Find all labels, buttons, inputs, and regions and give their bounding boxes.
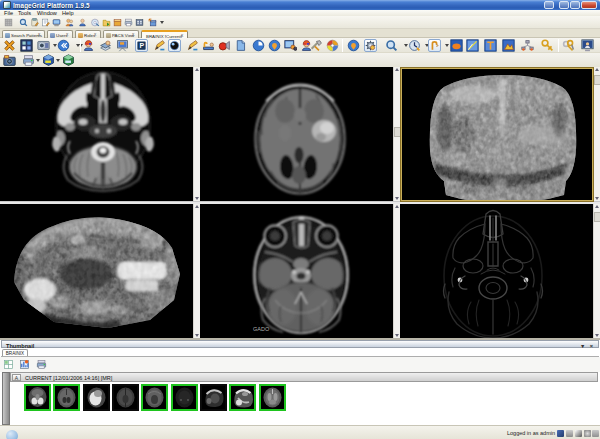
svg-text:P: P	[139, 42, 144, 49]
svg-text:GADO: GADO	[253, 326, 270, 332]
